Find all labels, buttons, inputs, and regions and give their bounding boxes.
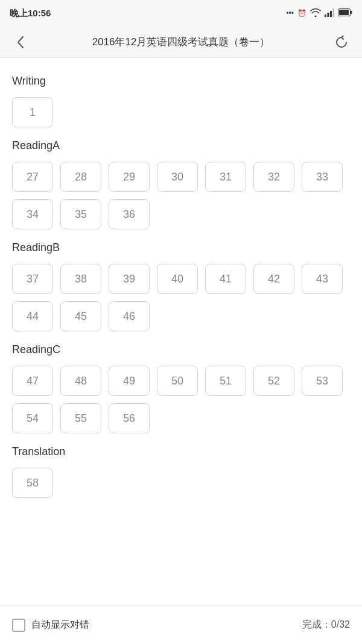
section-label-readingA: ReadingA bbox=[12, 139, 350, 152]
number-btn-29[interactable]: 29 bbox=[109, 162, 150, 192]
section-label-readingB: ReadingB bbox=[12, 241, 350, 254]
status-icons: ••• ⏰ bbox=[286, 8, 352, 19]
section-writing: Writing1 bbox=[12, 75, 350, 127]
section-label-translation: Translation bbox=[12, 445, 350, 458]
number-btn-51[interactable]: 51 bbox=[205, 366, 246, 396]
number-btn-37[interactable]: 37 bbox=[12, 264, 53, 294]
number-btn-54[interactable]: 54 bbox=[12, 403, 53, 433]
number-btn-56[interactable]: 56 bbox=[109, 403, 150, 433]
page-title: 2016年12月英语四级考试真题（卷一） bbox=[31, 35, 331, 49]
number-btn-40[interactable]: 40 bbox=[157, 264, 198, 294]
auto-check-container[interactable]: 自动显示对错 bbox=[12, 619, 89, 632]
number-btn-44[interactable]: 44 bbox=[12, 301, 53, 331]
number-btn-45[interactable]: 45 bbox=[60, 301, 101, 331]
section-label-readingC: ReadingC bbox=[12, 343, 350, 356]
complete-status: 完成：0/32 bbox=[302, 619, 350, 631]
number-btn-41[interactable]: 41 bbox=[205, 264, 246, 294]
number-btn-58[interactable]: 58 bbox=[12, 468, 53, 498]
number-btn-46[interactable]: 46 bbox=[109, 301, 150, 331]
number-btn-43[interactable]: 43 bbox=[302, 264, 343, 294]
number-btn-47[interactable]: 47 bbox=[12, 366, 53, 396]
number-grid-readingC: 47484950515253545556 bbox=[12, 366, 350, 433]
status-time: 晚上10:56 bbox=[10, 8, 51, 19]
auto-check-checkbox[interactable] bbox=[12, 619, 25, 632]
svg-rect-1 bbox=[328, 13, 329, 17]
alarm-icon: ⏰ bbox=[297, 9, 306, 18]
refresh-button[interactable] bbox=[331, 31, 352, 53]
number-grid-translation: 58 bbox=[12, 468, 350, 498]
number-btn-38[interactable]: 38 bbox=[60, 264, 101, 294]
number-btn-34[interactable]: 34 bbox=[12, 199, 53, 229]
number-grid-readingA: 27282930313233343536 bbox=[12, 162, 350, 229]
number-btn-31[interactable]: 31 bbox=[205, 162, 246, 192]
svg-rect-3 bbox=[333, 8, 335, 17]
nav-bar: 2016年12月英语四级考试真题（卷一） bbox=[0, 27, 362, 58]
svg-rect-5 bbox=[339, 10, 349, 15]
signal-dots-icon: ••• bbox=[286, 9, 294, 18]
svg-rect-2 bbox=[330, 11, 332, 17]
number-btn-1[interactable]: 1 bbox=[12, 97, 53, 127]
section-label-writing: Writing bbox=[12, 75, 350, 88]
number-btn-53[interactable]: 53 bbox=[302, 366, 343, 396]
number-btn-27[interactable]: 27 bbox=[12, 162, 53, 192]
number-btn-30[interactable]: 30 bbox=[157, 162, 198, 192]
number-btn-50[interactable]: 50 bbox=[157, 366, 198, 396]
number-btn-55[interactable]: 55 bbox=[60, 403, 101, 433]
back-button[interactable] bbox=[10, 31, 31, 53]
bottom-bar: 自动显示对错 完成：0/32 bbox=[0, 605, 362, 644]
svg-rect-6 bbox=[351, 11, 352, 14]
number-btn-42[interactable]: 42 bbox=[253, 264, 294, 294]
number-btn-33[interactable]: 33 bbox=[302, 162, 343, 192]
status-bar: 晚上10:56 ••• ⏰ bbox=[0, 0, 362, 27]
svg-rect-0 bbox=[325, 14, 326, 17]
number-btn-39[interactable]: 39 bbox=[109, 264, 150, 294]
number-grid-readingB: 37383940414243444546 bbox=[12, 264, 350, 331]
number-btn-36[interactable]: 36 bbox=[109, 199, 150, 229]
number-btn-52[interactable]: 52 bbox=[253, 366, 294, 396]
number-btn-48[interactable]: 48 bbox=[60, 366, 101, 396]
wifi-icon bbox=[310, 8, 321, 19]
number-grid-writing: 1 bbox=[12, 97, 350, 127]
number-btn-49[interactable]: 49 bbox=[109, 366, 150, 396]
signal-icon bbox=[325, 8, 334, 19]
battery-icon bbox=[338, 8, 352, 18]
auto-check-label: 自动显示对错 bbox=[31, 619, 89, 631]
section-translation: Translation58 bbox=[12, 445, 350, 498]
number-btn-35[interactable]: 35 bbox=[60, 199, 101, 229]
number-btn-32[interactable]: 32 bbox=[253, 162, 294, 192]
section-readingB: ReadingB37383940414243444546 bbox=[12, 241, 350, 331]
main-content: Writing1ReadingA27282930313233343536Read… bbox=[0, 58, 362, 605]
section-readingA: ReadingA27282930313233343536 bbox=[12, 139, 350, 229]
number-btn-28[interactable]: 28 bbox=[60, 162, 101, 192]
section-readingC: ReadingC47484950515253545556 bbox=[12, 343, 350, 433]
